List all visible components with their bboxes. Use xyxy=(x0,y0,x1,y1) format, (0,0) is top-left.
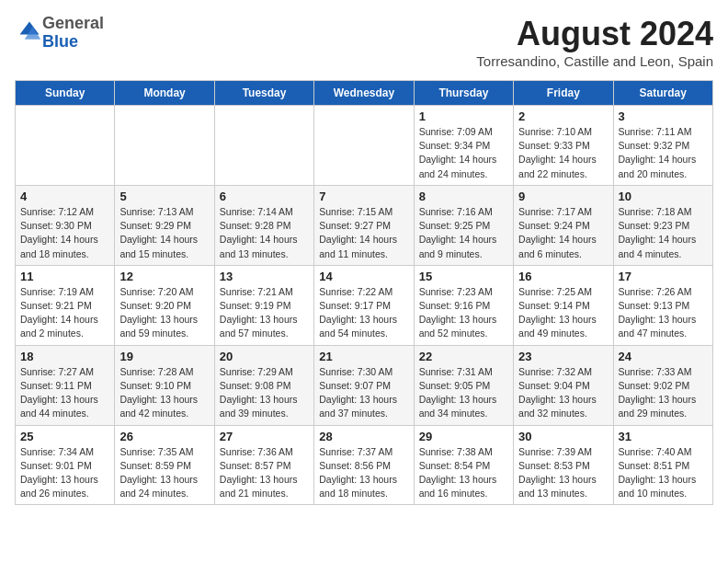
calendar-cell: 3Sunrise: 7:11 AM Sunset: 9:32 PM Daylig… xyxy=(613,106,712,186)
weekday-header: Wednesday xyxy=(314,81,414,106)
calendar-week-row: 25Sunrise: 7:34 AM Sunset: 9:01 PM Dayli… xyxy=(16,425,713,505)
calendar-cell: 7Sunrise: 7:15 AM Sunset: 9:27 PM Daylig… xyxy=(314,185,414,265)
calendar-cell xyxy=(314,106,414,186)
calendar-cell: 16Sunrise: 7:25 AM Sunset: 9:14 PM Dayli… xyxy=(514,265,613,345)
day-number: 3 xyxy=(619,109,708,123)
calendar-cell: 10Sunrise: 7:18 AM Sunset: 9:23 PM Dayli… xyxy=(613,185,712,265)
calendar-cell: 29Sunrise: 7:38 AM Sunset: 8:54 PM Dayli… xyxy=(414,425,513,505)
day-number: 31 xyxy=(619,430,708,443)
calendar-cell: 27Sunrise: 7:36 AM Sunset: 8:57 PM Dayli… xyxy=(214,425,313,505)
calendar-week-row: 4Sunrise: 7:12 AM Sunset: 9:30 PM Daylig… xyxy=(16,185,713,265)
day-info: Sunrise: 7:11 AM Sunset: 9:32 PM Dayligh… xyxy=(619,125,708,181)
calendar-cell: 13Sunrise: 7:21 AM Sunset: 9:19 PM Dayli… xyxy=(214,265,313,345)
calendar-cell: 20Sunrise: 7:29 AM Sunset: 9:08 PM Dayli… xyxy=(214,345,313,425)
day-number: 28 xyxy=(319,430,408,443)
calendar-cell: 8Sunrise: 7:16 AM Sunset: 9:25 PM Daylig… xyxy=(414,185,513,265)
calendar-cell: 17Sunrise: 7:26 AM Sunset: 9:13 PM Dayli… xyxy=(613,265,712,345)
calendar-cell: 22Sunrise: 7:31 AM Sunset: 9:05 PM Dayli… xyxy=(414,345,513,425)
calendar-cell xyxy=(115,106,214,186)
calendar-cell: 21Sunrise: 7:30 AM Sunset: 9:07 PM Dayli… xyxy=(314,345,414,425)
day-number: 8 xyxy=(419,190,508,203)
page-header: General Blue August 2024 Torresandino, C… xyxy=(15,15,713,69)
calendar-cell: 14Sunrise: 7:22 AM Sunset: 9:17 PM Dayli… xyxy=(314,265,414,345)
day-info: Sunrise: 7:33 AM Sunset: 9:02 PM Dayligh… xyxy=(619,365,708,421)
day-info: Sunrise: 7:27 AM Sunset: 9:11 PM Dayligh… xyxy=(20,365,109,421)
calendar-cell: 9Sunrise: 7:17 AM Sunset: 9:24 PM Daylig… xyxy=(514,185,613,265)
day-number: 21 xyxy=(319,350,408,363)
logo-text: General Blue xyxy=(42,15,104,52)
day-info: Sunrise: 7:32 AM Sunset: 9:04 PM Dayligh… xyxy=(518,365,608,421)
calendar-cell: 5Sunrise: 7:13 AM Sunset: 9:29 PM Daylig… xyxy=(115,185,214,265)
day-info: Sunrise: 7:23 AM Sunset: 9:16 PM Dayligh… xyxy=(419,285,508,341)
day-number: 7 xyxy=(319,190,408,203)
day-number: 14 xyxy=(319,270,408,283)
day-number: 29 xyxy=(419,430,508,443)
location: Torresandino, Castille and Leon, Spain xyxy=(476,53,713,69)
day-info: Sunrise: 7:39 AM Sunset: 8:53 PM Dayligh… xyxy=(518,445,608,501)
weekday-header: Saturday xyxy=(613,81,712,106)
weekday-header: Monday xyxy=(115,81,214,106)
calendar-week-row: 1Sunrise: 7:09 AM Sunset: 9:34 PM Daylig… xyxy=(16,106,713,186)
day-number: 5 xyxy=(119,190,209,203)
day-number: 23 xyxy=(518,350,608,363)
day-info: Sunrise: 7:19 AM Sunset: 9:21 PM Dayligh… xyxy=(20,285,109,341)
weekday-header: Sunday xyxy=(16,81,115,106)
calendar-cell: 2Sunrise: 7:10 AM Sunset: 9:33 PM Daylig… xyxy=(514,106,613,186)
logo-blue: Blue xyxy=(42,32,78,51)
day-info: Sunrise: 7:36 AM Sunset: 8:57 PM Dayligh… xyxy=(220,445,309,501)
day-info: Sunrise: 7:12 AM Sunset: 9:30 PM Dayligh… xyxy=(20,205,109,261)
day-info: Sunrise: 7:10 AM Sunset: 9:33 PM Dayligh… xyxy=(518,125,608,181)
calendar-table: SundayMondayTuesdayWednesdayThursdayFrid… xyxy=(15,80,713,505)
day-number: 1 xyxy=(419,109,508,123)
day-info: Sunrise: 7:16 AM Sunset: 9:25 PM Dayligh… xyxy=(419,205,508,261)
day-info: Sunrise: 7:26 AM Sunset: 9:13 PM Dayligh… xyxy=(619,285,708,341)
day-number: 26 xyxy=(119,430,209,443)
logo: General Blue xyxy=(15,15,104,52)
day-number: 20 xyxy=(220,350,309,363)
day-number: 17 xyxy=(619,270,708,283)
day-number: 11 xyxy=(20,270,109,283)
logo-general: General xyxy=(42,14,104,32)
month-title: August 2024 xyxy=(476,15,713,53)
calendar-cell: 18Sunrise: 7:27 AM Sunset: 9:11 PM Dayli… xyxy=(16,345,115,425)
calendar-cell: 4Sunrise: 7:12 AM Sunset: 9:30 PM Daylig… xyxy=(16,185,115,265)
weekday-header: Thursday xyxy=(414,81,513,106)
day-info: Sunrise: 7:28 AM Sunset: 9:10 PM Dayligh… xyxy=(119,365,209,421)
weekday-header: Friday xyxy=(514,81,613,106)
day-number: 13 xyxy=(220,270,309,283)
day-number: 12 xyxy=(119,270,209,283)
title-block: August 2024 Torresandino, Castille and L… xyxy=(476,15,713,69)
day-number: 22 xyxy=(419,350,508,363)
day-number: 16 xyxy=(518,270,608,283)
day-info: Sunrise: 7:15 AM Sunset: 9:27 PM Dayligh… xyxy=(319,205,408,261)
day-info: Sunrise: 7:40 AM Sunset: 8:51 PM Dayligh… xyxy=(619,445,708,501)
day-info: Sunrise: 7:35 AM Sunset: 8:59 PM Dayligh… xyxy=(119,445,209,501)
calendar-cell: 30Sunrise: 7:39 AM Sunset: 8:53 PM Dayli… xyxy=(514,425,613,505)
day-number: 6 xyxy=(220,190,309,203)
day-info: Sunrise: 7:31 AM Sunset: 9:05 PM Dayligh… xyxy=(419,365,508,421)
calendar-header-row: SundayMondayTuesdayWednesdayThursdayFrid… xyxy=(16,81,713,106)
calendar-cell: 28Sunrise: 7:37 AM Sunset: 8:56 PM Dayli… xyxy=(314,425,414,505)
calendar-week-row: 11Sunrise: 7:19 AM Sunset: 9:21 PM Dayli… xyxy=(16,265,713,345)
calendar-cell: 15Sunrise: 7:23 AM Sunset: 9:16 PM Dayli… xyxy=(414,265,513,345)
day-info: Sunrise: 7:30 AM Sunset: 9:07 PM Dayligh… xyxy=(319,365,408,421)
calendar-cell: 19Sunrise: 7:28 AM Sunset: 9:10 PM Dayli… xyxy=(115,345,214,425)
day-number: 4 xyxy=(20,190,109,203)
day-number: 10 xyxy=(619,190,708,203)
day-number: 18 xyxy=(20,350,109,363)
day-info: Sunrise: 7:20 AM Sunset: 9:20 PM Dayligh… xyxy=(119,285,209,341)
day-number: 9 xyxy=(518,190,608,203)
day-info: Sunrise: 7:29 AM Sunset: 9:08 PM Dayligh… xyxy=(220,365,309,421)
day-info: Sunrise: 7:38 AM Sunset: 8:54 PM Dayligh… xyxy=(419,445,508,501)
day-number: 27 xyxy=(220,430,309,443)
calendar-cell xyxy=(16,106,115,186)
day-number: 24 xyxy=(619,350,708,363)
calendar-cell: 31Sunrise: 7:40 AM Sunset: 8:51 PM Dayli… xyxy=(613,425,712,505)
calendar-cell xyxy=(214,106,313,186)
calendar-cell: 1Sunrise: 7:09 AM Sunset: 9:34 PM Daylig… xyxy=(414,106,513,186)
calendar-cell: 12Sunrise: 7:20 AM Sunset: 9:20 PM Dayli… xyxy=(115,265,214,345)
day-info: Sunrise: 7:25 AM Sunset: 9:14 PM Dayligh… xyxy=(518,285,608,341)
day-info: Sunrise: 7:22 AM Sunset: 9:17 PM Dayligh… xyxy=(319,285,408,341)
day-number: 25 xyxy=(20,430,109,443)
day-info: Sunrise: 7:37 AM Sunset: 8:56 PM Dayligh… xyxy=(319,445,408,501)
